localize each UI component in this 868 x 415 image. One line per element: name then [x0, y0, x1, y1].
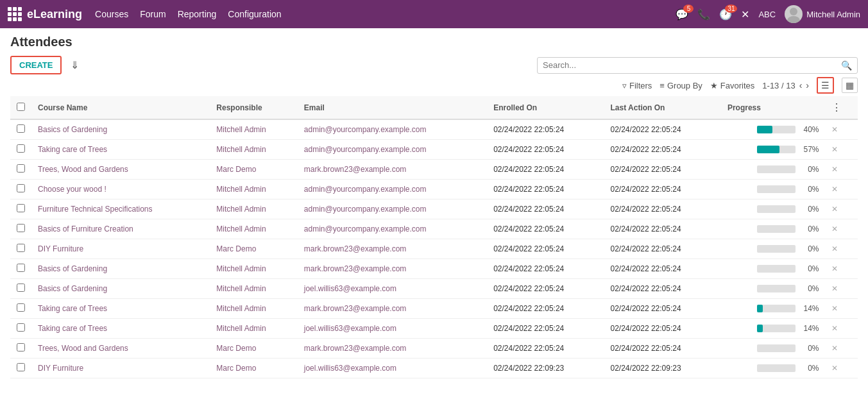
clock-icon[interactable]: 🕐 31 [719, 8, 732, 21]
groupby-button[interactable]: ≡ Group By [660, 81, 702, 90]
nav-configuration[interactable]: Configuration [228, 9, 281, 19]
responsible-link[interactable]: Mitchell Admin [216, 224, 266, 233]
course-link[interactable]: Taking care of Trees [38, 324, 107, 333]
email-link[interactable]: joel.willis63@example.com [304, 324, 396, 333]
list-view-button[interactable]: ☰ [817, 77, 834, 94]
email-link[interactable]: admin@yourcompany.example.com [304, 205, 427, 214]
responsible-link[interactable]: Mitchell Admin [216, 324, 266, 333]
course-link[interactable]: Trees, Wood and Gardens [38, 344, 128, 353]
row-checkbox[interactable] [17, 164, 25, 173]
responsible-link[interactable]: Mitchell Admin [216, 125, 266, 134]
email-link[interactable]: mark.brown23@example.com [304, 304, 407, 313]
row-checkbox[interactable] [17, 363, 25, 371]
course-link[interactable]: Taking care of Trees [38, 145, 107, 154]
responsible-link[interactable]: Mitchell Admin [216, 145, 266, 154]
delete-row-button[interactable]: ✕ [831, 165, 838, 174]
row-checkbox-cell[interactable] [10, 279, 31, 299]
app-brand[interactable]: eLearning [8, 7, 82, 21]
select-all-checkbox[interactable] [17, 103, 25, 111]
row-delete-cell[interactable]: ✕ [825, 359, 858, 378]
search-input[interactable] [543, 60, 841, 70]
row-checkbox[interactable] [17, 264, 25, 272]
row-delete-cell[interactable]: ✕ [825, 299, 858, 319]
row-checkbox-cell[interactable] [10, 180, 31, 199]
row-checkbox-cell[interactable] [10, 199, 31, 219]
row-checkbox[interactable] [17, 184, 25, 192]
row-delete-cell[interactable]: ✕ [825, 279, 858, 299]
column-options-button[interactable]: ⋮ [831, 101, 842, 114]
row-checkbox[interactable] [17, 244, 25, 252]
nav-reporting[interactable]: Reporting [178, 9, 217, 19]
course-link[interactable]: Basics of Furniture Creation [38, 224, 133, 233]
row-checkbox-cell[interactable] [10, 259, 31, 279]
email-link[interactable]: mark.brown23@example.com [304, 264, 407, 273]
row-checkbox[interactable] [17, 303, 25, 312]
email-link[interactable]: admin@yourcompany.example.com [304, 125, 427, 134]
course-link[interactable]: Taking care of Trees [38, 304, 107, 313]
row-delete-cell[interactable]: ✕ [825, 119, 858, 140]
row-delete-cell[interactable]: ✕ [825, 140, 858, 160]
user-menu[interactable]: Mitchell Admin [785, 5, 860, 23]
delete-row-button[interactable]: ✕ [831, 304, 838, 313]
delete-row-button[interactable]: ✕ [831, 264, 838, 273]
row-delete-cell[interactable]: ✕ [825, 219, 858, 239]
responsible-link[interactable]: Mitchell Admin [216, 264, 266, 273]
course-link[interactable]: Trees, Wood and Gardens [38, 165, 128, 174]
filters-button[interactable]: ▿ Filters [622, 81, 652, 90]
col-actions[interactable]: ⋮ [825, 96, 858, 119]
row-checkbox-cell[interactable] [10, 119, 31, 140]
course-link[interactable]: Basics of Gardening [38, 125, 107, 134]
row-delete-cell[interactable]: ✕ [825, 160, 858, 180]
email-link[interactable]: joel.willis63@example.com [304, 284, 396, 293]
delete-row-button[interactable]: ✕ [831, 344, 838, 353]
delete-row-button[interactable]: ✕ [831, 205, 838, 214]
row-checkbox-cell[interactable] [10, 319, 31, 339]
row-checkbox[interactable] [17, 224, 25, 232]
delete-row-button[interactable]: ✕ [831, 284, 838, 293]
delete-row-button[interactable]: ✕ [831, 185, 838, 194]
email-link[interactable]: mark.brown23@example.com [304, 165, 407, 174]
row-delete-cell[interactable]: ✕ [825, 199, 858, 219]
responsible-link[interactable]: Marc Demo [216, 344, 256, 353]
row-checkbox[interactable] [17, 124, 25, 133]
prev-page-button[interactable]: ‹ [799, 80, 803, 90]
row-checkbox[interactable] [17, 323, 25, 332]
create-button[interactable]: CREATE [10, 56, 62, 74]
download-button[interactable]: ⇓ [67, 56, 83, 74]
responsible-link[interactable]: Marc Demo [216, 165, 256, 174]
row-checkbox[interactable] [17, 144, 25, 153]
row-checkbox[interactable] [17, 284, 25, 292]
responsible-link[interactable]: Mitchell Admin [216, 205, 266, 214]
phone-icon[interactable]: 📞 [697, 8, 710, 21]
nav-forum[interactable]: Forum [140, 9, 166, 19]
close-icon[interactable]: ✕ [741, 8, 749, 21]
row-checkbox-cell[interactable] [10, 339, 31, 359]
row-checkbox[interactable] [17, 204, 25, 212]
row-delete-cell[interactable]: ✕ [825, 339, 858, 359]
course-link[interactable]: Basics of Gardening [38, 264, 107, 273]
delete-row-button[interactable]: ✕ [831, 145, 838, 154]
email-link[interactable]: mark.brown23@example.com [304, 244, 407, 253]
row-checkbox[interactable] [17, 343, 25, 351]
responsible-link[interactable]: Mitchell Admin [216, 185, 266, 194]
row-delete-cell[interactable]: ✕ [825, 319, 858, 339]
next-page-button[interactable]: › [806, 80, 809, 90]
email-link[interactable]: admin@yourcompany.example.com [304, 145, 427, 154]
responsible-link[interactable]: Marc Demo [216, 364, 256, 373]
delete-row-button[interactable]: ✕ [831, 364, 838, 373]
row-checkbox-cell[interactable] [10, 160, 31, 180]
email-link[interactable]: admin@yourcompany.example.com [304, 185, 427, 194]
responsible-link[interactable]: Mitchell Admin [216, 284, 266, 293]
row-delete-cell[interactable]: ✕ [825, 180, 858, 199]
favorites-button[interactable]: ★ Favorites [710, 81, 754, 90]
email-link[interactable]: mark.brown23@example.com [304, 344, 407, 353]
row-checkbox-cell[interactable] [10, 140, 31, 160]
delete-row-button[interactable]: ✕ [831, 324, 838, 333]
course-link[interactable]: DIY Furniture [38, 364, 83, 373]
course-link[interactable]: Basics of Gardening [38, 284, 107, 293]
responsible-link[interactable]: Mitchell Admin [216, 304, 266, 313]
kanban-view-button[interactable]: ▦ [842, 78, 858, 93]
row-checkbox-cell[interactable] [10, 239, 31, 259]
row-checkbox-cell[interactable] [10, 299, 31, 319]
delete-row-button[interactable]: ✕ [831, 244, 838, 253]
